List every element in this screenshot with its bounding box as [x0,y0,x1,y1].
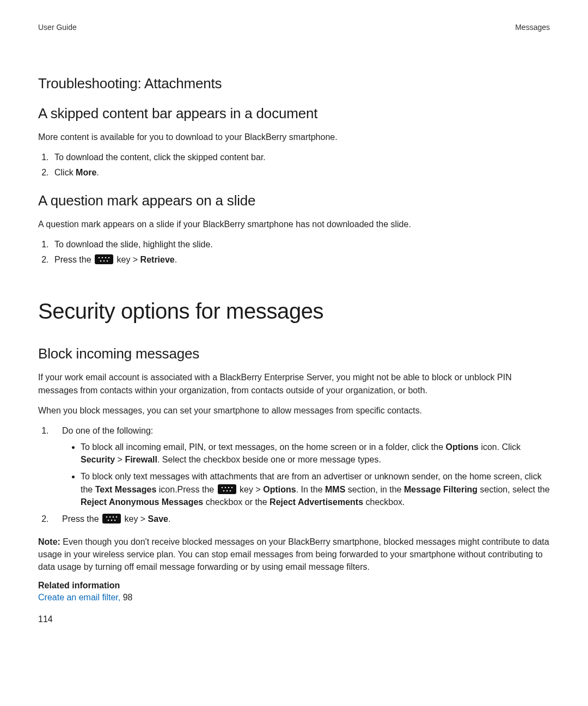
heading-question-mark: A question mark appears on a slide [38,192,550,209]
text: Press the [54,255,94,264]
text: checkbox or the [203,497,270,507]
bullet-item: To block only text messages with attachm… [81,470,550,508]
blackberry-key-icon [102,514,121,524]
steps-list: Do one of the following: To block all in… [38,424,550,526]
related-link-row: Create an email filter, 98 [38,593,550,602]
text: icon. Click [479,442,520,452]
text: section, in the [345,485,404,494]
text: . [168,514,170,524]
paragraph: More content is available for you to dow… [38,131,550,143]
text: Do one of the following: [62,426,153,435]
step-item: Press the key > Retrieve. [51,253,550,266]
page-number: 114 [38,614,53,624]
text-bold: Save [148,514,168,524]
text-bold: MMS [325,485,345,494]
text: . In the [296,485,325,494]
heading-troubleshooting: Troubleshooting: Attachments [38,75,550,92]
text-bold: Reject Anonymous Messages [81,497,203,507]
text-bold: Options [263,485,296,494]
step-item: Press the key > Save. [51,513,550,526]
bullet-list: To block all incoming email, PIN, or tex… [62,441,550,508]
step-item: Click More. [51,166,550,179]
blackberry-key-icon [218,484,236,494]
related-info-heading: Related information [38,581,550,591]
header-right: Messages [515,23,550,32]
paragraph: A question mark appears on a slide if yo… [38,218,550,230]
text-bold: Message Filtering [404,485,477,494]
text: key > [237,485,264,494]
text: . [175,255,177,264]
text: > [115,455,125,464]
related-link[interactable]: Create an email filter, [38,593,120,602]
note-label: Note: [38,537,60,546]
step-item: To download the content, click the skipp… [51,151,550,164]
header-left: User Guide [38,23,77,32]
text: key > [122,514,148,524]
text-bold: Security [81,455,115,464]
text-bold: Options [446,442,479,452]
heading-skipped-content: A skipped content bar appears in a docum… [38,105,550,122]
steps-list: To download the content, click the skipp… [38,151,550,179]
step-item: To download the slide, highlight the sli… [51,238,550,251]
blackberry-key-icon [95,254,113,264]
text: section, select the [477,485,550,494]
note-paragraph: Note: Even though you don't receive bloc… [38,535,550,574]
note-body: Even though you don't receive blocked me… [38,537,549,571]
text: icon.Press the [156,485,216,494]
text-bold: Text Messages [95,485,157,494]
paragraph: If your work email account is associated… [38,371,550,396]
text: key > [114,255,140,264]
text: . [96,168,99,177]
text: Click [54,168,76,177]
step-item: Do one of the following: To block all in… [51,424,550,508]
page: User Guide Messages Troubleshooting: Att… [0,0,588,706]
paragraph: When you block messages, you can set you… [38,404,550,417]
heading-block-incoming: Block incoming messages [38,345,550,362]
bullet-item: To block all incoming email, PIN, or tex… [81,441,550,466]
text: To block all incoming email, PIN, or tex… [81,442,446,452]
text: checkbox. [363,497,405,507]
text-bold: Retrieve [140,255,175,264]
text: Press the [62,514,101,524]
heading-security-options: Security options for messages [38,299,550,324]
steps-list: To download the slide, highlight the sli… [38,238,550,266]
text: . Select the checkbox beside one or more… [157,455,381,464]
page-header: User Guide Messages [38,23,550,32]
text-bold: More [76,168,96,177]
related-page-ref: 98 [120,593,132,602]
text-bold: Reject Advertisements [270,497,363,507]
text-bold: Firewall [125,455,157,464]
